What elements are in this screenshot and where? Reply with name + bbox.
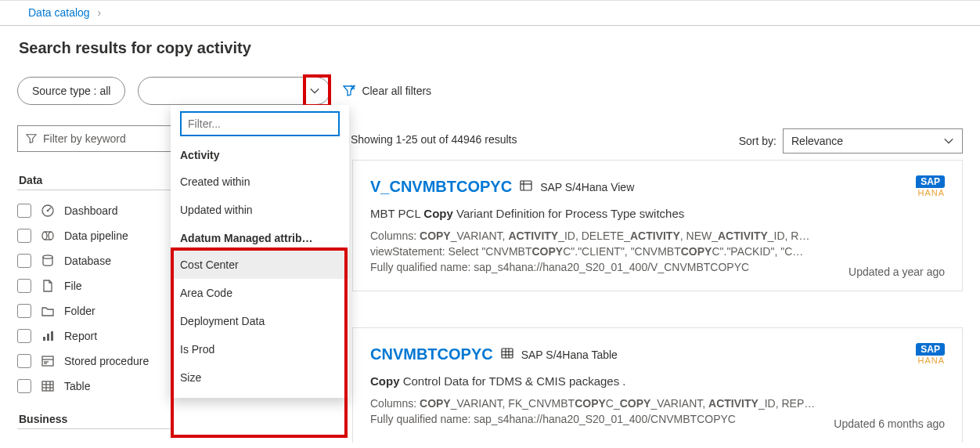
file-icon: [41, 279, 55, 293]
dropdown-item-created-within[interactable]: Created within: [171, 168, 349, 196]
source-type-label: Source type : all: [32, 85, 110, 97]
asset-type: SAP S/4Hana View: [540, 181, 634, 193]
dropdown-filter-wrap: [180, 111, 340, 136]
facet-folder[interactable]: Folder: [17, 298, 174, 323]
facet-data-pipeline[interactable]: Data pipeline: [17, 223, 174, 248]
sidebar-section-data: Data: [19, 174, 174, 186]
table-icon: [41, 379, 55, 393]
source-type-filter-pill[interactable]: Source type : all: [17, 77, 125, 105]
facet-label: File: [64, 280, 82, 292]
page-title: Search results for copy activity: [19, 39, 251, 57]
checkbox[interactable]: [17, 204, 31, 218]
chevron-down-icon: [309, 85, 320, 96]
facet-dashboard[interactable]: Dashboard: [17, 198, 174, 223]
results-count: Showing 1-25 out of 44946 results: [351, 133, 517, 146]
report-icon: [41, 329, 55, 343]
folder-icon: [41, 304, 55, 318]
dropdown-item-deployment-data[interactable]: Deployment Data: [171, 307, 349, 335]
checkbox[interactable]: [17, 354, 31, 368]
facet-label: Database: [64, 255, 111, 267]
database-icon: [41, 254, 55, 268]
facet-label: Data pipeline: [64, 229, 128, 242]
dropdown-item-updated-within[interactable]: Updated within: [171, 196, 349, 224]
svg-point-3: [47, 210, 49, 212]
svg-point-8: [43, 255, 52, 258]
facet-table[interactable]: Table: [17, 374, 174, 399]
result-subtitle: Copy Control Data for TDMS & CMIS packag…: [370, 374, 945, 388]
sap-hana-logo: SAPHANA: [916, 342, 945, 365]
checkbox[interactable]: [17, 304, 31, 318]
clear-filter-icon: [343, 85, 355, 97]
sap-hana-logo: SAPHANA: [916, 175, 945, 197]
facet-label: Folder: [64, 305, 95, 317]
asset-type: SAP S/4Hana Table: [521, 349, 618, 361]
result-updated: Updated 6 months ago: [834, 417, 945, 430]
facet-stored-procedure[interactable]: Stored procedure: [17, 349, 174, 374]
checkbox[interactable]: [17, 379, 31, 393]
dropdown-item-is-prod[interactable]: Is Prod: [171, 335, 349, 363]
facet-label: Stored procedure: [64, 355, 149, 367]
procedure-icon: [41, 354, 55, 368]
dropdown-section-adatum: Adatum Managed attrib…: [171, 224, 349, 251]
filter-keyword-label: Filter by keyword: [43, 132, 126, 145]
svg-rect-24: [502, 349, 513, 358]
result-title[interactable]: V_CNVMBTCOPYC: [370, 178, 512, 196]
clear-filters-label: Clear all filters: [362, 85, 431, 97]
facet-database[interactable]: Database: [17, 248, 174, 273]
sidebar: Filter by keyword Data DashboardData pip…: [17, 125, 174, 437]
result-columns: Columns: COPY_VARIANT, ACTIVITY_ID, DELE…: [370, 229, 945, 242]
result-title[interactable]: CNVMBTCOPYC: [370, 345, 493, 363]
dropdown-item-cost-center[interactable]: Cost Center: [171, 251, 349, 279]
checkbox[interactable]: [17, 329, 31, 343]
dropdown-item-size[interactable]: Size: [171, 363, 349, 392]
result-updated: Updated a year ago: [848, 266, 945, 278]
clear-all-filters[interactable]: Clear all filters: [343, 85, 431, 97]
chevron-down-icon: [943, 135, 954, 146]
breadcrumb: Data catalog ›: [28, 6, 101, 19]
facet-report[interactable]: Report: [17, 323, 174, 349]
pipeline-icon: [41, 229, 55, 243]
svg-rect-10: [47, 334, 49, 341]
checkbox[interactable]: [17, 279, 31, 293]
chevron-right-icon: ›: [98, 6, 102, 19]
svg-rect-16: [42, 381, 53, 391]
result-columns: Columns: COPY_VARIANT, FK_CNVMBTCOPYC_CO…: [370, 397, 945, 410]
svg-rect-11: [51, 331, 53, 341]
result-card: CNVMBTCOPYC SAP S/4Hana Table SAPHANA Co…: [352, 327, 963, 443]
result-card: V_CNVMBTCOPYC SAP S/4Hana View SAPHANA M…: [352, 160, 963, 291]
table-icon: [501, 347, 513, 362]
facet-label: Report: [64, 330, 97, 342]
breadcrumb-root[interactable]: Data catalog: [28, 6, 90, 19]
sidebar-section-business: Business: [19, 413, 174, 425]
sort-by-label: Sort by:: [739, 135, 776, 147]
svg-point-5: [49, 232, 53, 240]
dropdown-item-area-code[interactable]: Area Code: [171, 279, 349, 307]
svg-point-4: [42, 232, 47, 240]
sort-by-select[interactable]: Relevance: [783, 128, 963, 154]
checkbox[interactable]: [17, 254, 31, 268]
sort-by-value: Relevance: [791, 135, 843, 147]
dropdown-filter-input[interactable]: [188, 117, 332, 130]
svg-rect-9: [43, 337, 45, 341]
attribute-filter-dropdown: Activity Created within Updated within A…: [171, 105, 349, 398]
facet-file[interactable]: File: [17, 273, 174, 298]
result-subtitle: MBT PCL Copy Variant Definition for Proc…: [370, 207, 945, 220]
dropdown-section-activity: Activity: [171, 141, 349, 168]
facet-label: Table: [64, 380, 90, 392]
svg-rect-21: [521, 181, 531, 190]
filter-by-keyword[interactable]: Filter by keyword: [17, 125, 174, 152]
view-icon: [520, 179, 532, 194]
checkbox[interactable]: [17, 229, 31, 243]
result-viewstatement: viewStatement: Select "CNVMBTCOPYC"."CLI…: [370, 245, 945, 258]
svg-rect-12: [42, 356, 53, 366]
gauge-icon: [41, 204, 55, 218]
facet-label: Dashboard: [64, 204, 118, 217]
attribute-filter-pill[interactable]: [138, 77, 330, 105]
filter-icon: [26, 133, 37, 144]
